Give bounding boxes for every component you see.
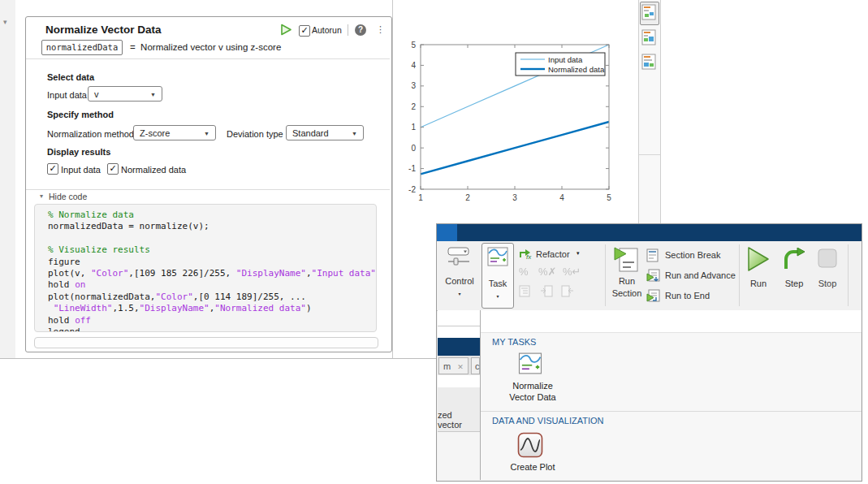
background-output-fragment: zed vector	[438, 387, 480, 432]
figure-output-plot: 12345-2-1012345Input dataNormalized data	[402, 28, 629, 207]
run-and-advance-button[interactable]: Run and Advance	[665, 270, 736, 280]
code-line: plot(v, "Color",[109 185 226]/255, "Disp…	[48, 268, 376, 279]
stop-icon	[817, 248, 838, 269]
x-tick-label: 4	[559, 193, 564, 202]
code-line: % Visualize results	[48, 244, 376, 256]
code-line: hold off	[48, 315, 376, 326]
background-row	[438, 310, 480, 338]
toolbar-divider	[848, 244, 849, 306]
gallery-item-normalize-vector-data[interactable]: Normalize Vector Data	[495, 351, 570, 404]
input-data-checkbox[interactable]: ✓	[47, 163, 58, 175]
task-icon	[487, 247, 508, 266]
background-editor-column: m ✕ c zed vector	[438, 310, 480, 480]
control-button[interactable]: Control	[438, 276, 481, 286]
panel-divider	[26, 58, 390, 59]
y-tick-label: 5	[411, 41, 416, 50]
autorun-label: Autorun	[312, 25, 342, 35]
tab-label: c	[475, 361, 480, 371]
toolbar-divider	[605, 244, 606, 306]
output-right-view-icon[interactable]	[641, 29, 656, 45]
comment-icon[interactable]: %	[519, 266, 529, 278]
x-tick-label: 1	[418, 193, 423, 202]
display-results-heading: Display results	[47, 147, 110, 157]
y-tick-label: 4	[411, 61, 416, 70]
gallery-divider	[481, 411, 862, 412]
wrap-comments-icon[interactable]: %↵	[563, 266, 581, 278]
task-button-label: Task	[482, 279, 513, 288]
y-tick-label: 0	[411, 144, 416, 153]
summary-text: Normalized vector v using z-score	[140, 42, 281, 52]
code-line	[48, 233, 376, 244]
normalized-data-checkbox[interactable]: ✓	[107, 163, 119, 175]
editor-tab-partial[interactable]: c	[471, 357, 480, 374]
autorun-checkbox[interactable]: ✓	[299, 25, 310, 37]
chevron-down-icon: ▼	[352, 126, 357, 141]
close-icon[interactable]: ✕	[457, 363, 464, 371]
help-icon[interactable]: ?	[355, 24, 366, 36]
x-tick-label: 3	[512, 193, 517, 202]
x-tick-label: 2	[465, 193, 470, 202]
task-gallery-dropdown: MY TASKS Normalize Vector Data DATA AND …	[480, 310, 861, 480]
section-collapse-icon[interactable]: ▾	[3, 18, 7, 26]
stop-button[interactable]: Stop	[814, 279, 841, 288]
run-section-button-line2: Section	[607, 288, 646, 298]
deviation-type-label: Deviation type	[227, 129, 283, 139]
run-task-icon[interactable]	[280, 24, 292, 36]
gallery-item-label: Normalize	[495, 380, 570, 391]
output-inline-view-icon[interactable]	[641, 4, 656, 20]
indent-left-icon[interactable]	[561, 285, 574, 297]
input-data-checkbox-label: Input data	[61, 165, 101, 175]
step-icon	[781, 248, 807, 270]
refactor-icon: fx	[519, 248, 533, 260]
background-row	[438, 375, 480, 388]
task-summary: = Normalized vector v using z-score	[130, 42, 281, 52]
normalization-method-label: Normalization method	[47, 129, 134, 139]
editor-toolstrip: Control ▾ Task ▾ fx Refactor	[437, 241, 862, 311]
window-titlebar	[437, 224, 862, 241]
y-tick-label: 2	[411, 102, 416, 111]
control-caret-icon: ▾	[438, 291, 481, 296]
y-tick-label: 3	[411, 81, 416, 90]
x-tick-label: 5	[607, 193, 611, 202]
header-separator	[348, 24, 348, 36]
smart-indent-icon[interactable]	[519, 285, 530, 297]
run-section-icon	[613, 246, 639, 274]
y-tick-label: 1	[411, 123, 416, 132]
strip-divider	[639, 154, 660, 155]
normalization-method-select[interactable]: Z-score ▼	[133, 125, 216, 140]
run-button[interactable]: Run	[744, 279, 773, 288]
step-button[interactable]: Step	[779, 279, 809, 288]
run-section-button[interactable]: Run	[607, 276, 646, 286]
gallery-item-label-line2: Vector Data	[495, 391, 570, 403]
refactor-button[interactable]: Refactor	[536, 249, 570, 259]
task-button[interactable]: Task ▾	[482, 243, 514, 309]
run-and-advance-icon	[646, 269, 660, 283]
output-split-view-icon[interactable]	[641, 54, 656, 70]
code-block[interactable]: % Normalize datanormalizedData = normali…	[34, 204, 377, 332]
editor-tab[interactable]: m ✕	[438, 357, 469, 374]
screen: ▾ Normalize Vector Data ✓ Autorun ? ⋮ no…	[0, 0, 868, 484]
tab-label: m	[443, 361, 451, 371]
task-panel-footer	[34, 337, 378, 348]
uncomment-icon[interactable]: %✗	[538, 266, 556, 278]
deviation-type-select[interactable]: Standard ▼	[286, 125, 364, 140]
plot-line-normalized-data	[421, 122, 609, 174]
chevron-down-icon: ▼	[204, 126, 209, 141]
titlebar-accent	[437, 224, 457, 241]
output-variable-field[interactable]: normalizedData	[41, 40, 123, 55]
gallery-item-label: Create Plot	[495, 461, 570, 473]
indent-right-icon[interactable]	[540, 285, 553, 297]
run-to-end-button[interactable]: Run to End	[665, 291, 710, 300]
gallery-item-create-plot[interactable]: Create Plot	[495, 430, 570, 476]
editor-gutter: ▾	[0, 0, 15, 358]
input-data-select[interactable]: v ▼	[88, 86, 162, 102]
code-line: hold on	[48, 279, 376, 291]
y-tick-label: -1	[408, 164, 416, 173]
output-panel-divider[interactable]	[392, 0, 393, 358]
legend-label: Input data	[548, 55, 583, 64]
section-break-button[interactable]: Section Break	[665, 250, 720, 260]
code-line: figure	[48, 257, 376, 268]
kebab-menu-icon[interactable]: ⋮	[376, 24, 385, 35]
hide-code-toggle[interactable]: ▾ Hide code	[26, 189, 390, 203]
collapse-icon: ▾	[40, 192, 43, 200]
